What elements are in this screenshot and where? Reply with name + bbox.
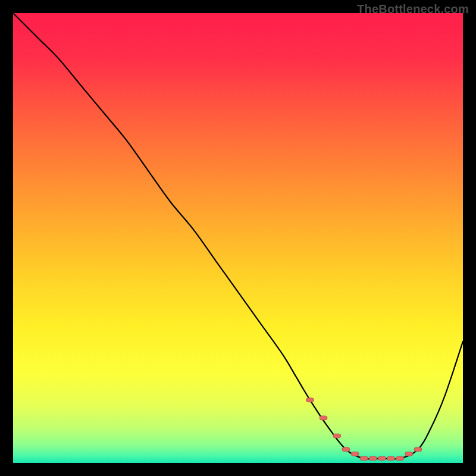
marker-dot (351, 452, 359, 456)
marker-dot (414, 447, 422, 452)
marker-dot (360, 456, 368, 461)
chart-frame: TheBottleneck.com (0, 0, 476, 476)
plot-svg (13, 13, 463, 463)
marker-dot (396, 456, 404, 461)
marker-dot (320, 416, 327, 420)
marker-dot (342, 447, 350, 452)
marker-dot (387, 456, 395, 461)
marker-dot (333, 434, 341, 438)
watermark-text: TheBottleneck.com (357, 2, 469, 16)
marker-dot (306, 398, 314, 402)
plot-area (13, 13, 463, 463)
gradient-background (13, 13, 463, 463)
marker-dot (378, 456, 386, 461)
marker-dot (369, 456, 377, 461)
marker-dot (405, 452, 413, 456)
